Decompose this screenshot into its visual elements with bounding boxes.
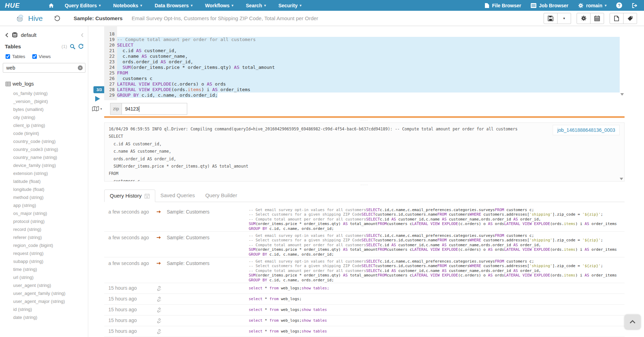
log-line: c.name AS customer_name, <box>109 148 620 155</box>
help-button[interactable]: ? <box>616 2 622 8</box>
editor-scrollbar-down-arrow[interactable] <box>620 93 624 96</box>
settings-button[interactable] <box>577 13 591 24</box>
nav-menu-data-browsers[interactable]: Data Browsers▾ <box>155 3 192 8</box>
home-button[interactable] <box>48 3 54 8</box>
column-item[interactable]: request (string) <box>0 249 88 257</box>
chevron-left-icon[interactable] <box>5 33 9 38</box>
column-item[interactable]: region_code (bigint) <box>0 241 88 249</box>
refresh-icon[interactable] <box>78 44 84 49</box>
nav-menu-query-editors[interactable]: Query Editors▾ <box>65 3 101 8</box>
column-item[interactable]: bytes (smallint) <box>0 105 88 113</box>
column-item[interactable]: country_name (string) <box>0 153 88 161</box>
tab-query-builder[interactable]: Query Builder <box>200 189 242 202</box>
history-row[interactable]: 15 hours agoselect * from web_logs;show … <box>104 283 625 294</box>
log-scrollbar-down-arrow[interactable] <box>620 178 623 180</box>
history-query[interactable]: select * from web_logs;show tables <box>249 318 622 323</box>
calendar-x-icon[interactable] <box>145 193 150 199</box>
column-item[interactable]: code (tinyint) <box>0 129 88 137</box>
column-item[interactable]: _version_ (bigint) <box>0 97 88 105</box>
history-row[interactable]: 15 hours agoselect * from web_logs;show … <box>104 305 625 315</box>
tab-query-history[interactable]: Query History <box>104 190 155 202</box>
nav-menu-workflows[interactable]: Workflows▾ <box>205 3 233 8</box>
column-item[interactable]: method (string) <box>0 193 88 201</box>
column-item[interactable]: city (string) <box>0 113 88 121</box>
job-browser-button[interactable]: Job Browser <box>531 3 568 8</box>
table-item-web-logs[interactable]: web_logs <box>0 73 88 87</box>
tables-checkbox[interactable] <box>6 54 10 59</box>
history-row[interactable]: 15 hours agoselect * from web_logs;show … <box>104 326 625 337</box>
history-row[interactable]: 15 hours agoselect * from web_logs;show … <box>104 315 625 326</box>
tab-saved-queries[interactable]: Saved Queries <box>155 189 200 202</box>
scroll-to-top-button[interactable] <box>625 314 641 329</box>
column-item[interactable]: user_agent_family (string) <box>0 289 88 297</box>
filter-views[interactable]: Views <box>32 54 51 59</box>
tags-button[interactable] <box>623 13 637 24</box>
column-item[interactable]: protocol (string) <box>0 217 88 225</box>
column-item[interactable]: referer (string) <box>0 233 88 241</box>
column-item[interactable]: time (string) <box>0 265 88 273</box>
history-query[interactable]: select * from web_logs;show tables <box>249 329 622 334</box>
chevron-down-icon: ▾ <box>232 3 233 7</box>
column-item[interactable]: url (string) <box>0 273 88 281</box>
column-item[interactable]: record (string) <box>0 225 88 233</box>
column-item[interactable]: app (string) <box>0 201 88 209</box>
column-item[interactable]: country_code (string) <box>0 137 88 145</box>
column-item[interactable]: longitude (float) <box>0 185 88 193</box>
history-row[interactable]: a few seconds agoSample: Customers-- Get… <box>104 257 625 283</box>
resize-grip[interactable]: ···· <box>104 119 625 121</box>
column-item[interactable]: os_major (string) <box>0 209 88 217</box>
history-query[interactable]: -- Get email survey opt-in values for al… <box>249 233 622 257</box>
column-item[interactable]: user_agent_major (string) <box>0 297 88 305</box>
history-query[interactable]: select * from web_logs;show tables; <box>249 286 622 290</box>
hue-logo[interactable]: HUE <box>5 2 20 9</box>
views-checkbox[interactable] <box>32 54 37 59</box>
history-query[interactable]: select * from web_logs;show tables <box>249 307 622 312</box>
column-item[interactable]: country_code3 (string) <box>0 145 88 153</box>
column-item[interactable]: date (string) <box>0 313 88 321</box>
column-item[interactable]: os_family (string) <box>0 89 88 97</box>
context-map-dropdown[interactable]: ▾ <box>92 106 102 111</box>
column-item[interactable]: subapp (string) <box>0 257 88 265</box>
broken-link-icon <box>156 307 162 313</box>
column-item[interactable]: extension (string) <box>0 169 88 177</box>
file-browser-button[interactable]: File Browser <box>485 3 521 8</box>
nav-menu-notebooks[interactable]: Notebooks▾ <box>113 3 142 8</box>
history-icon[interactable] <box>54 15 60 22</box>
collapse-sidebar-icon[interactable] <box>81 33 84 37</box>
save-button[interactable] <box>544 13 558 24</box>
app-name[interactable]: Hive <box>28 14 43 23</box>
filter-tables[interactable]: Tables <box>6 54 25 59</box>
save-dropdown-button[interactable]: ▾ <box>557 13 571 24</box>
table-search-input[interactable] <box>3 63 85 73</box>
search-icon[interactable] <box>70 44 75 49</box>
database-name[interactable]: default <box>21 32 36 38</box>
history-row[interactable]: a few seconds agoSample: Customers-- Get… <box>104 232 625 257</box>
user-menu[interactable]: romain ▾ <box>578 3 606 8</box>
history-query[interactable]: -- Get email survey opt-in values for al… <box>249 259 622 282</box>
column-item[interactable]: client_ip (string) <box>0 121 88 129</box>
column-item[interactable]: id (string) <box>0 305 88 313</box>
variable-zip-input[interactable]: 94123 <box>122 103 187 115</box>
history-query[interactable]: select * from web_logs; <box>249 297 622 301</box>
history-row[interactable]: 15 hours agoselect * from web_logs; <box>104 294 625 305</box>
logout-button[interactable] <box>632 3 638 8</box>
history-query-line: select * from web_logs;show tables <box>249 307 622 312</box>
column-item[interactable]: latitude (float) <box>0 177 88 185</box>
column-item[interactable]: device_family (string) <box>0 161 88 169</box>
history-query[interactable]: -- Get email survey opt-in values for al… <box>249 208 622 231</box>
history-row[interactable]: a few seconds agoSample: Customers-- Get… <box>104 206 625 232</box>
editor-code-area[interactable]: -- Compute total amount per order for al… <box>117 26 620 98</box>
resize-grip[interactable]: ···· <box>104 183 625 186</box>
editor-line: -- Compute total amount per order for al… <box>117 37 620 42</box>
map-icon <box>92 106 99 111</box>
column-item[interactable]: user_agent (string) <box>0 281 88 289</box>
nav-menu-security[interactable]: Security▾ <box>279 3 302 8</box>
sql-editor[interactable]: 181920212223242526272829 -- Compute tota… <box>104 26 625 100</box>
job-link[interactable]: job_1461888648136_0003 <box>557 127 615 133</box>
hive-logo-icon[interactable] <box>15 14 25 23</box>
schedule-button[interactable] <box>590 13 604 24</box>
new-query-button[interactable] <box>610 13 624 24</box>
clear-search-icon[interactable]: × <box>78 65 83 70</box>
nav-menu-search[interactable]: Search▾ <box>246 3 266 8</box>
execute-button[interactable] <box>95 96 100 102</box>
